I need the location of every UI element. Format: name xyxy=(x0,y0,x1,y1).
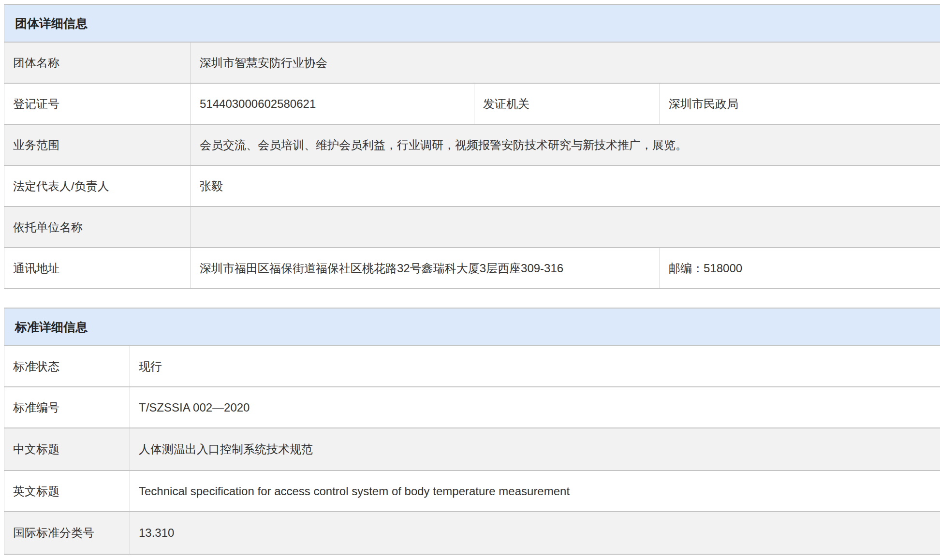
postal-code-value: 邮编：518000 xyxy=(660,248,940,289)
chinese-title-value: 人体测温出入口控制系统技术规范 xyxy=(130,428,940,471)
ics-no-value: 13.310 xyxy=(130,512,940,554)
table-row: 依托单位名称 xyxy=(4,206,940,248)
group-info-table: 团体详细信息 团体名称 深圳市智慧安防行业协会 登记证号 51440300060… xyxy=(4,4,940,289)
legal-representative-label: 法定代表人/负责人 xyxy=(4,165,191,206)
chinese-title-label: 中文标题 xyxy=(4,428,130,471)
table-row: 团体名称 深圳市智慧安防行业协会 xyxy=(4,42,940,83)
issuing-authority-label: 发证机关 xyxy=(474,83,660,124)
standard-no-label: 标准编号 xyxy=(4,387,130,428)
standard-no-value: T/SZSSIA 002—2020 xyxy=(130,387,940,428)
standard-info-table: 标准详细信息 标准状态 现行 标准编号 T/SZSSIA 002—2020 中文… xyxy=(4,308,940,555)
group-info-title: 团体详细信息 xyxy=(4,4,940,42)
registration-no-value: 514403000602580621 xyxy=(191,83,474,124)
standard-status-label: 标准状态 xyxy=(4,346,130,387)
mailing-address-value: 深圳市福田区福保街道福保社区桃花路32号鑫瑞科大厦3层西座309-316 xyxy=(191,248,660,289)
legal-representative-value: 张毅 xyxy=(191,165,940,206)
ics-no-label: 国际标准分类号 xyxy=(4,512,130,554)
standard-info-title: 标准详细信息 xyxy=(4,308,940,346)
group-name-label: 团体名称 xyxy=(4,42,191,83)
english-title-value: Technical specification for access contr… xyxy=(130,471,940,512)
table-row: 标准编号 T/SZSSIA 002—2020 xyxy=(4,387,940,428)
issuing-authority-value: 深圳市民政局 xyxy=(660,83,940,124)
table-row: 标准状态 现行 xyxy=(4,346,940,387)
table-row: 业务范围 会员交流、会员培训、维护会员利益，行业调研，视频报警安防技术研究与新技… xyxy=(4,124,940,165)
standard-status-value: 现行 xyxy=(130,346,940,387)
table-row: 法定代表人/负责人 张毅 xyxy=(4,165,940,206)
table-row: 登记证号 514403000602580621 发证机关 深圳市民政局 xyxy=(4,83,940,124)
registration-no-label: 登记证号 xyxy=(4,83,191,124)
english-title-label: 英文标题 xyxy=(4,471,130,512)
business-scope-label: 业务范围 xyxy=(4,124,191,165)
table-row: 通讯地址 深圳市福田区福保街道福保社区桃花路32号鑫瑞科大厦3层西座309-31… xyxy=(4,248,940,289)
supporting-unit-value xyxy=(191,206,940,248)
supporting-unit-label: 依托单位名称 xyxy=(4,206,191,248)
page: 团体详细信息 团体名称 深圳市智慧安防行业协会 登记证号 51440300060… xyxy=(0,0,940,555)
table-row: 中文标题 人体测温出入口控制系统技术规范 xyxy=(4,428,940,471)
table-row: 英文标题 Technical specification for access … xyxy=(4,471,940,512)
mailing-address-label: 通讯地址 xyxy=(4,248,191,289)
business-scope-value: 会员交流、会员培训、维护会员利益，行业调研，视频报警安防技术研究与新技术推广，展… xyxy=(191,124,940,165)
table-row: 国际标准分类号 13.310 xyxy=(4,512,940,554)
group-name-value: 深圳市智慧安防行业协会 xyxy=(191,42,940,83)
